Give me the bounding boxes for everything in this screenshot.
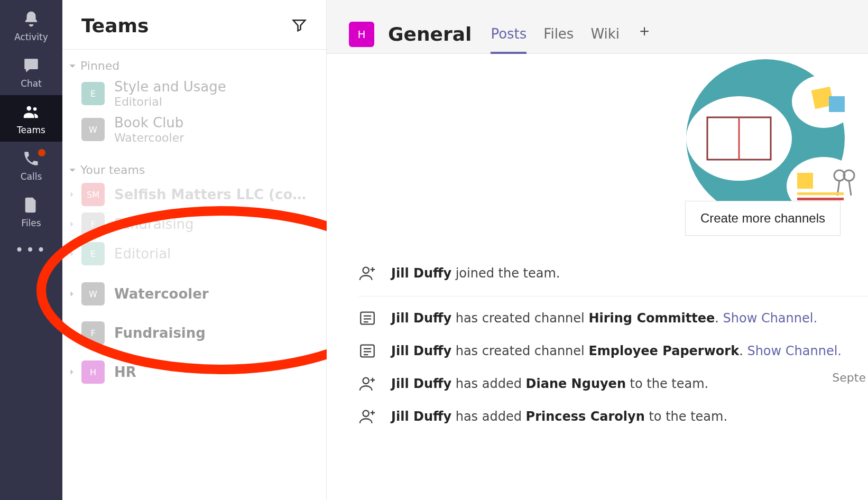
team-name: Fundraising (114, 325, 206, 341)
team-editorial-drag[interactable]: E Editorial (62, 239, 322, 268)
tab-wiki[interactable]: Wiki (590, 26, 620, 53)
rail-activity[interactable]: Activity (0, 2, 62, 49)
chevron-right-icon (69, 249, 75, 259)
file-icon (22, 196, 41, 215)
svg-rect-11 (797, 173, 813, 189)
team-selfish-matters[interactable]: SM Selfish Matters LLC (co… (62, 180, 322, 209)
plus-icon: ＋ (636, 21, 652, 40)
rail-files[interactable]: Files (0, 188, 62, 235)
posts-feed-area: Create more channels Jill Duffy joined t… (327, 54, 868, 500)
pinned-label: Pinned (80, 59, 119, 72)
notification-dot-icon (38, 149, 45, 156)
team-hr[interactable]: H HR (62, 357, 322, 387)
channel-icon (358, 342, 376, 360)
rail-teams-label: Teams (17, 125, 45, 135)
svg-point-29 (363, 378, 369, 384)
avatar: E (81, 242, 105, 265)
ellipsis-icon: ••• (15, 241, 48, 258)
rail-chat-label: Chat (21, 78, 42, 89)
chevron-right-icon (69, 289, 75, 299)
svg-rect-16 (797, 192, 844, 195)
pinned-section-header[interactable]: Pinned (62, 50, 322, 76)
panel-body: Pinned E Style and Usage Editorial W Boo… (62, 50, 326, 387)
chevron-right-icon (69, 190, 75, 200)
feed-text: Jill Duffy has created channel Employee … (391, 344, 842, 358)
svg-rect-9 (829, 96, 845, 112)
tab-posts[interactable]: Posts (491, 26, 527, 53)
content-header: H General Posts Files Wiki ＋ (327, 0, 868, 54)
chevron-down-icon (69, 59, 76, 72)
channel-title: General (388, 23, 472, 45)
team-name: Selfish Matters LLC (co… (114, 187, 306, 203)
panel-header: Teams (62, 0, 326, 50)
tab-files[interactable]: Files (543, 26, 574, 53)
svg-rect-17 (797, 198, 844, 200)
rail-activity-label: Activity (14, 32, 48, 42)
chevron-right-icon (69, 367, 75, 377)
feed-text: Jill Duffy has added Princess Carolyn to… (391, 409, 727, 424)
pinned-channel-style-usage[interactable]: E Style and Usage Editorial (62, 76, 322, 112)
team-fundraising[interactable]: F Fundraising (62, 318, 322, 348)
person-add-icon (358, 408, 376, 425)
create-more-channels-button[interactable]: Create more channels (685, 201, 841, 236)
chevron-down-icon (69, 328, 75, 338)
avatar: F (81, 212, 105, 236)
rail-files-label: Files (21, 218, 41, 228)
feed-text: Jill Duffy has created channel Hiring Co… (391, 311, 817, 326)
channel-content: H General Posts Files Wiki ＋ (327, 0, 868, 500)
team-name: Fundraising (114, 216, 194, 233)
rail-calls-label: Calls (21, 171, 42, 182)
feed-row: Jill Duffy joined the team. (358, 257, 868, 290)
chat-icon (22, 56, 41, 75)
add-tab-button[interactable]: ＋ (636, 20, 652, 53)
dragging-team-group[interactable]: SM Selfish Matters LLC (co… F Fundraisin… (62, 180, 322, 268)
feed-row: Jill Duffy has created channel Hiring Co… (358, 296, 868, 335)
feed-text: Jill Duffy joined the team. (391, 266, 560, 281)
rail-calls[interactable]: Calls (0, 142, 62, 188)
rail-chat[interactable]: Chat (0, 49, 62, 95)
svg-point-0 (27, 106, 32, 111)
avatar: H (81, 360, 105, 384)
rail-more-button[interactable]: ••• (0, 235, 62, 265)
channel-tabs: Posts Files Wiki ＋ (491, 15, 652, 53)
team-fundraising-drag[interactable]: F Fundraising (62, 209, 322, 239)
bell-icon (22, 10, 41, 29)
feed-text: Jill Duffy has added Diane Nguyen to the… (391, 376, 708, 391)
svg-point-32 (363, 411, 369, 416)
your-teams-label: Your teams (80, 163, 145, 177)
chevron-down-icon (69, 163, 76, 177)
app-rail: Activity Chat Teams Calls Files ••• (0, 0, 62, 500)
team-name: Editorial (114, 246, 171, 262)
your-teams-section-header[interactable]: Your teams (62, 147, 322, 180)
team-name: Watercooler (114, 286, 209, 302)
team-name: HR (114, 364, 136, 381)
avatar: E (81, 82, 105, 105)
person-add-icon (358, 264, 376, 282)
avatar: SM (81, 183, 105, 206)
filter-button[interactable] (291, 17, 307, 35)
teams-icon (22, 103, 41, 122)
panel-title: Teams (81, 15, 149, 36)
svg-point-18 (363, 267, 369, 273)
svg-point-1 (33, 107, 37, 111)
pinned-channel-book-club[interactable]: W Book Club Watercooler (62, 112, 322, 147)
channel-name: Style and Usage (114, 79, 226, 95)
show-channel-link[interactable]: Show Channel. (747, 344, 842, 358)
chevron-right-icon (69, 219, 75, 229)
feed-row: Jill Duffy has created channel Employee … (358, 335, 868, 367)
channel-icon (358, 309, 376, 327)
channel-name: Book Club (114, 115, 184, 131)
welcome-illustration (358, 54, 868, 212)
illustration-icon (665, 54, 855, 212)
filter-icon (291, 25, 307, 35)
avatar: W (81, 118, 105, 141)
feed-row: Jill Duffy has added Princess Carolyn to… (358, 400, 868, 433)
show-channel-link[interactable]: Show Channel. (723, 311, 818, 326)
channel-avatar: H (349, 22, 374, 47)
date-divider: Septe (832, 371, 868, 384)
activity-feed: Jill Duffy joined the team.Jill Duffy ha… (358, 257, 868, 433)
channel-team: Editorial (114, 95, 226, 108)
team-watercooler[interactable]: W Watercooler (62, 279, 322, 309)
person-add-icon (358, 375, 376, 393)
rail-teams[interactable]: Teams (0, 95, 62, 142)
